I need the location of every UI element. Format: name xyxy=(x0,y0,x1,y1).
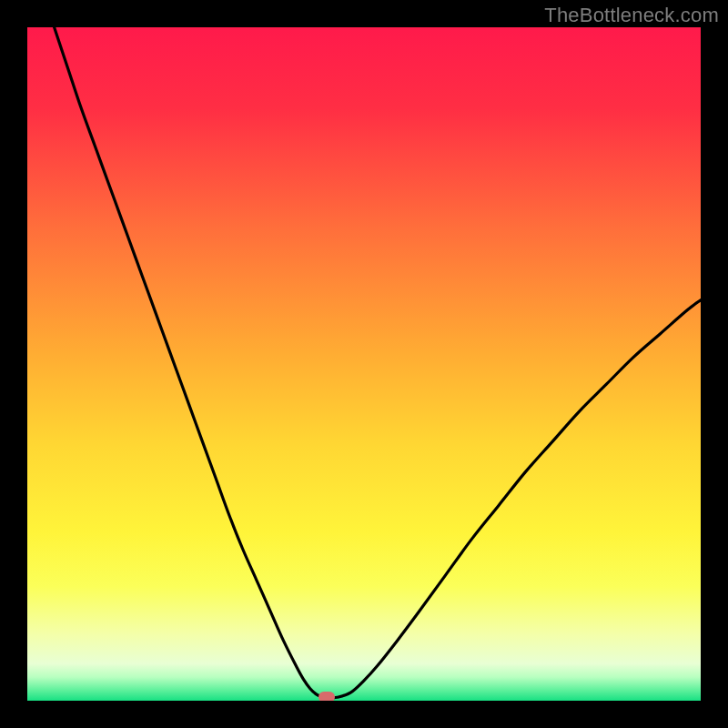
chart-frame: TheBottleneck.com xyxy=(0,0,728,728)
plot-area xyxy=(27,27,701,701)
optimal-marker xyxy=(318,692,335,701)
curve-svg xyxy=(27,27,701,701)
bottleneck-curve xyxy=(55,27,701,698)
watermark-text: TheBottleneck.com xyxy=(544,4,719,27)
